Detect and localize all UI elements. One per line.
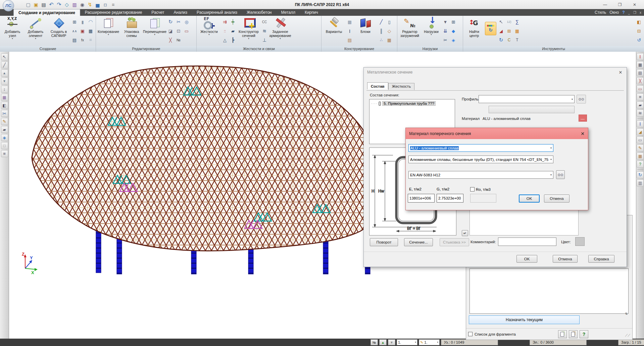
stamp-small-icon[interactable]: ▭ (637, 85, 644, 92)
mini-minimize-icon[interactable]: _ (628, 11, 630, 14)
copy-list-button[interactable] (558, 330, 567, 338)
table-down-icon[interactable]: ⊞ (505, 27, 513, 35)
tab-composition[interactable]: Состав (367, 82, 388, 89)
lock-icon[interactable]: ◘ (102, 1, 109, 8)
delete-icon[interactable]: ╳ (637, 77, 644, 84)
loads-button[interactable]: Нагрузки▾ (422, 16, 441, 45)
ribbon-tab-2[interactable]: Расчет (147, 9, 169, 16)
draw-line-icon[interactable]: ╱ (1, 61, 8, 69)
palette-refresh-icon[interactable]: ◧ (635, 18, 643, 26)
truss-icon[interactable]: ∧∧ (71, 27, 78, 35)
move-cube-icon[interactable]: ▣ (79, 27, 86, 35)
save-icon[interactable]: ▤ (40, 1, 47, 8)
t-table-icon[interactable]: T (513, 36, 521, 44)
help-small-icon[interactable]: ? (637, 161, 644, 168)
scissors-icon[interactable]: ✂ (175, 18, 182, 26)
ibeam-icon[interactable]: I (346, 27, 353, 35)
element-number-combo[interactable]: ✎ 1.▾ (419, 339, 440, 345)
close-icon[interactable]: ✕ (618, 70, 623, 75)
ribbon-tab-3[interactable]: Анализ (169, 9, 192, 16)
masonry-icon[interactable]: ▤ (346, 36, 353, 44)
cursor-icon[interactable]: ↖ (497, 18, 505, 26)
squares-down-icon[interactable]: ⊟ (635, 27, 643, 35)
sapphire-cube-icon[interactable]: ◇ (63, 1, 70, 8)
node-number-combo[interactable]: 1.▾ (397, 339, 417, 345)
rotate-button[interactable]: Поворот (370, 238, 398, 246)
pencil-icon[interactable]: ✎ (1, 118, 8, 125)
cc-icon[interactable]: CC (261, 18, 268, 26)
section-edit-button[interactable]: Сечение... (404, 238, 433, 246)
frame-icon[interactable]: ⊞ (71, 18, 78, 26)
color-swatch[interactable] (575, 237, 585, 246)
move-button[interactable]: Перемещение▾ (144, 16, 166, 45)
ribbon-tab-7[interactable]: Кирпич (300, 9, 323, 16)
material-standard-combo[interactable]: Алюминиевые сплавы, бесшовные трубы (DT)… (408, 156, 553, 163)
e-modulus-field[interactable]: 13801e+006 (408, 194, 435, 203)
refresh-icon[interactable]: ↻ (497, 36, 505, 44)
material-grade-browse-button[interactable]: ⊙⊙ (556, 170, 565, 179)
mesh-icon[interactable]: ▦ (87, 27, 94, 35)
help-icon[interactable]: ? (622, 10, 625, 15)
close-icon[interactable]: ✕ (581, 131, 585, 136)
profile-subtype-combo[interactable]: ▾ (489, 106, 575, 113)
copy-button[interactable]: Копирование▾ (97, 16, 119, 45)
dashed-grid-icon[interactable]: ⌗ (87, 36, 94, 44)
variants-button[interactable]: Варианты (323, 16, 345, 45)
menu-icon[interactable]: ≡ (637, 93, 644, 100)
add-beams-icon[interactable]: ║ (378, 27, 385, 35)
enter-size-button[interactable]: ↵ (462, 230, 468, 236)
copy-load-icon[interactable]: ⊞ (450, 18, 457, 26)
empty-box-icon[interactable]: □ (1, 142, 8, 149)
select-zoom-icon[interactable]: ◎ (183, 18, 190, 26)
c-table-icon[interactable]: C (505, 36, 513, 44)
section-constructor-button[interactable]: Конструктор сечений▾ (238, 16, 260, 45)
palette-icon[interactable]: ▦ (1, 94, 8, 101)
new-document-icon[interactable]: ▢ (25, 1, 32, 8)
undo-icon[interactable]: ↶ (48, 1, 55, 8)
open-icon[interactable]: ▣ (33, 1, 39, 8)
ruler-icon[interactable]: ▭ (637, 136, 644, 143)
gem-list-icon[interactable]: ◈ (450, 36, 457, 44)
flash-icon[interactable]: ↯ (87, 1, 93, 8)
plate-icon[interactable]: ▰ (229, 27, 237, 35)
tab-stiffness[interactable]: Жесткость (388, 83, 414, 90)
assign-current-button[interactable]: Назначить текущим (469, 315, 580, 324)
menu-style[interactable]: Стиль (595, 10, 606, 15)
customize-icon[interactable]: ≡ (110, 1, 116, 8)
ro-field[interactable] (470, 194, 496, 203)
load-editor-button[interactable]: Редактор загружений (399, 16, 421, 45)
tree-item[interactable]: ···· 5. Прямоугольная труба ??? (371, 101, 453, 106)
squares-refresh-icon[interactable]: ▦ (513, 27, 521, 35)
blocks-button[interactable]: Блоки (354, 16, 377, 45)
scroll-arrows-icon[interactable]: ⇅ (625, 312, 628, 315)
profile-combo[interactable]: ▾ (479, 95, 575, 103)
packet-mode-button[interactable]: ↻ (485, 22, 496, 35)
rows-icon[interactable]: ▤ (637, 69, 644, 76)
up-triangle-icon[interactable]: ▲ (379, 339, 387, 345)
rotate-copy-icon[interactable]: ↻ (167, 18, 174, 26)
spring-small-icon[interactable]: ≋ (637, 110, 644, 117)
ribbon-tab-0[interactable]: Создание и редактирование (13, 9, 80, 16)
building-icon[interactable]: ▤ (71, 36, 78, 44)
ok-button[interactable]: OK (516, 255, 537, 263)
add-bar-icon[interactable]: ╱ (378, 18, 385, 26)
menu-window[interactable]: Окно (609, 10, 619, 15)
material-type-combo[interactable]: ALU - алюминиевый сплав▾ (408, 144, 553, 152)
num-icon[interactable]: № (370, 339, 378, 345)
ibeam-red-icon[interactable]: I (637, 53, 644, 60)
material-grade-combo[interactable]: EN AW-5083 H12▾ (408, 171, 553, 179)
ro-checkbox[interactable] (470, 187, 475, 191)
gem-small-icon[interactable]: ◈ (1, 134, 8, 141)
diagram-3d-icon[interactable]: ▅ (94, 1, 101, 8)
set-reinforcement-button[interactable]: Заданное армирование▾ (269, 16, 291, 45)
apply-list-button[interactable] (569, 330, 578, 338)
stiffness-button[interactable]: Жесткости▾ (198, 16, 220, 45)
ok-button[interactable]: OK (519, 194, 540, 203)
anchor-icon[interactable]: ⊥ (261, 36, 268, 44)
panel-help-button[interactable]: ? (580, 330, 588, 338)
fragment-list-checkbox[interactable] (468, 332, 473, 336)
ribbon-tab-5[interactable]: Железобетон (242, 9, 276, 16)
g-modulus-field[interactable]: 2.75323e+00 (437, 194, 463, 203)
ribbon-tab-6[interactable]: Металл (276, 9, 300, 16)
dome-icon[interactable]: ◠ (87, 18, 94, 26)
